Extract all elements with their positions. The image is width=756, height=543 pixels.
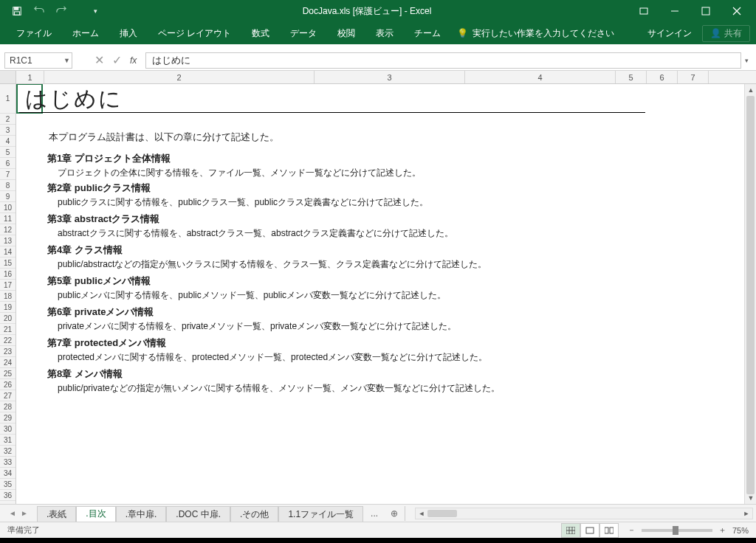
zoom-slider[interactable] xyxy=(642,529,712,532)
row-header[interactable]: 36 xyxy=(0,490,16,501)
tab-data[interactable]: データ xyxy=(280,22,327,44)
row-header[interactable]: 20 xyxy=(0,313,16,324)
horizontal-scrollbar[interactable]: ◄ ► xyxy=(415,508,753,519)
add-sheet-icon[interactable]: ⊕ xyxy=(385,508,403,519)
row-header[interactable]: 5 xyxy=(0,147,16,158)
tell-me-search[interactable]: 💡 実行したい作業を入力してください xyxy=(457,27,637,40)
row-header[interactable]: 21 xyxy=(0,324,16,335)
row-header[interactable]: 35 xyxy=(0,479,16,490)
row-header[interactable]: 8 xyxy=(0,180,16,191)
row-header[interactable]: 29 xyxy=(0,412,16,423)
vscroll-thumb[interactable] xyxy=(746,96,755,494)
qat-customize-icon[interactable]: ▾ xyxy=(86,1,105,21)
row-headers: 1234567891011121314151617181920212223242… xyxy=(0,84,16,504)
redo-icon[interactable] xyxy=(52,1,71,21)
row-header[interactable]: 32 xyxy=(0,446,16,457)
row-header[interactable]: 7 xyxy=(0,169,16,180)
row-header[interactable]: 34 xyxy=(0,468,16,479)
undo-icon[interactable] xyxy=(30,1,49,21)
fx-icon[interactable]: fx xyxy=(130,55,137,66)
column-header[interactable]: 7 xyxy=(678,71,709,83)
vertical-scrollbar[interactable]: ▲ ▼ xyxy=(744,84,756,504)
sheet-tab[interactable]: .目次 xyxy=(76,506,115,522)
column-header[interactable]: 6 xyxy=(647,71,678,83)
expand-formula-icon[interactable]: ▾ xyxy=(741,57,752,64)
row-header[interactable]: 2 xyxy=(0,114,16,125)
tab-splitter[interactable] xyxy=(405,506,410,521)
tab-team[interactable]: チーム xyxy=(404,22,451,44)
row-header[interactable]: 15 xyxy=(0,257,16,269)
sheet-tab[interactable]: .章中扉. xyxy=(116,506,167,522)
row-header[interactable]: 16 xyxy=(0,269,16,280)
column-header[interactable]: 5 xyxy=(616,71,647,83)
close-icon[interactable] xyxy=(722,1,752,21)
sheet-tab[interactable]: .その他 xyxy=(230,506,278,522)
row-header[interactable]: 24 xyxy=(0,357,16,368)
tabs-overflow[interactable]: ... xyxy=(363,508,385,519)
row-header[interactable]: 1 xyxy=(0,84,16,114)
zoom-in-icon[interactable]: ＋ xyxy=(718,525,726,536)
row-header[interactable]: 27 xyxy=(0,390,16,401)
view-normal-icon[interactable] xyxy=(561,523,580,538)
minimize-icon[interactable] xyxy=(660,1,690,21)
row-header[interactable]: 10 xyxy=(0,202,16,213)
scroll-left-icon[interactable]: ◄ xyxy=(416,508,427,519)
column-header[interactable]: 2 xyxy=(44,71,315,83)
row-header[interactable]: 30 xyxy=(0,423,16,435)
chapter-desc: protectedメンバに関する情報を、protectedメソッド一覧、prot… xyxy=(58,351,487,364)
row-header[interactable]: 11 xyxy=(0,213,16,224)
sheet-tab[interactable]: 1.1ファイル一覧 xyxy=(278,506,363,522)
sheet-content[interactable]: はじめに 本プログラム設計書は、以下の章に分けて記述した。 第1章 プロジェクト… xyxy=(16,84,756,504)
tab-insert[interactable]: 挿入 xyxy=(109,22,148,44)
zoom-out-icon[interactable]: － xyxy=(628,525,636,536)
tab-home[interactable]: ホーム xyxy=(62,22,109,44)
share-button[interactable]: 👤 共有 xyxy=(702,25,750,42)
scroll-down-icon[interactable]: ▼ xyxy=(745,492,756,504)
save-icon[interactable] xyxy=(7,1,27,21)
maximize-icon[interactable] xyxy=(691,1,721,21)
scroll-right-icon[interactable]: ► xyxy=(740,508,752,519)
tab-view[interactable]: 表示 xyxy=(365,22,404,44)
row-header[interactable]: 17 xyxy=(0,280,16,291)
confirm-formula-icon[interactable]: ✓ xyxy=(108,52,126,69)
ribbon-display-icon[interactable] xyxy=(629,1,659,21)
column-header[interactable]: 1 xyxy=(16,71,44,83)
row-header[interactable]: 26 xyxy=(0,379,16,390)
chevron-down-icon[interactable]: ▼ xyxy=(63,57,70,64)
tab-formulas[interactable]: 数式 xyxy=(241,22,280,44)
view-pagelayout-icon[interactable] xyxy=(580,523,599,538)
column-header[interactable]: 3 xyxy=(315,71,465,83)
row-header[interactable]: 4 xyxy=(0,136,16,147)
tab-pagelayout[interactable]: ページ レイアウト xyxy=(148,22,241,44)
row-header[interactable]: 33 xyxy=(0,457,16,468)
row-header[interactable]: 3 xyxy=(0,125,16,136)
column-header[interactable]: 4 xyxy=(465,71,616,83)
row-header[interactable]: 19 xyxy=(0,302,16,313)
formula-input[interactable]: はじめに xyxy=(145,52,741,69)
zoom-handle[interactable] xyxy=(673,526,678,535)
row-header[interactable]: 18 xyxy=(0,291,16,302)
tab-nav-next-icon[interactable]: ► xyxy=(19,509,30,517)
row-header[interactable]: 28 xyxy=(0,401,16,412)
row-header[interactable]: 13 xyxy=(0,235,16,246)
signin-link[interactable]: サインイン xyxy=(637,27,702,40)
row-header[interactable]: 31 xyxy=(0,435,16,446)
row-header[interactable]: 14 xyxy=(0,246,16,257)
sheet-tab[interactable]: .DOC 中扉. xyxy=(166,506,230,522)
cancel-formula-icon[interactable]: ✕ xyxy=(90,52,108,69)
view-pagebreak-icon[interactable] xyxy=(599,523,619,538)
tab-review[interactable]: 校閲 xyxy=(327,22,365,44)
tab-nav-prev-icon[interactable]: ◄ xyxy=(7,509,18,517)
row-header[interactable]: 23 xyxy=(0,346,16,357)
row-header[interactable]: 25 xyxy=(0,368,16,379)
select-all-cell[interactable] xyxy=(0,71,16,83)
scroll-up-icon[interactable]: ▲ xyxy=(745,84,756,96)
row-header[interactable]: 12 xyxy=(0,224,16,235)
row-header[interactable]: 6 xyxy=(0,158,16,169)
name-box[interactable]: R1C1 ▼ xyxy=(4,52,72,69)
hscroll-thumb[interactable] xyxy=(427,510,457,517)
sheet-tab[interactable]: .表紙 xyxy=(37,506,76,522)
row-header[interactable]: 22 xyxy=(0,335,16,346)
row-header[interactable]: 9 xyxy=(0,191,16,202)
tab-file[interactable]: ファイル xyxy=(6,22,62,44)
